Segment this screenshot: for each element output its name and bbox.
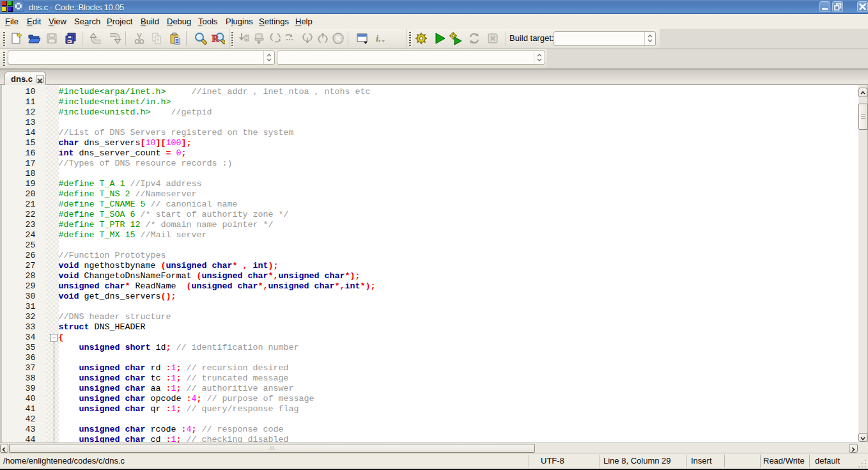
svg-text:i.: i.: [376, 33, 381, 43]
svg-text:R: R: [212, 33, 219, 43]
